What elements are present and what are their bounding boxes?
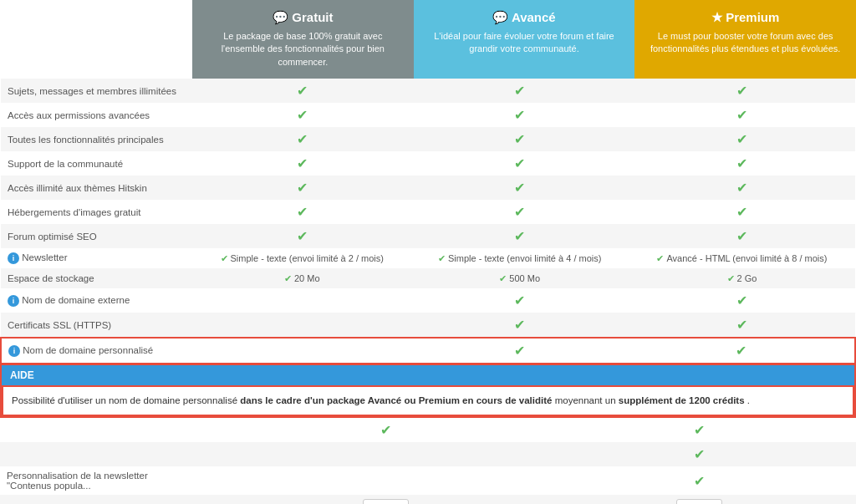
newsletter-gratuit-text: ✔Simple - texte (envoi limité à 2 / mois… [221,253,384,263]
check-icon: ✔ [297,181,308,195]
gratuit-cell: ✔20 Mo [193,268,410,288]
check-icon: ✔ [297,132,308,146]
check-icon: ✔ [694,474,705,488]
feature-spacer [0,0,192,79]
table-row: Forum optimisé SEO ✔ ✔ ✔ [1,224,855,248]
gratuit-cell: ✔ [193,224,410,248]
aide-section: AIDE Possibilité d'utiliser un nom de do… [0,364,856,418]
check-icon: ✔ [438,253,446,263]
check-icon: ✔ [736,84,747,98]
gratuit-cell: ✔ [193,200,410,224]
feature-label: Forum optimisé SEO [1,224,193,248]
gratuit-cell [192,418,229,442]
avance-cell: ✔ [410,338,628,364]
avance-desactivation-select[interactable]: Non Oui [363,499,409,504]
newsletter-premium-text: ✔Avancé - HTML (envoi limité à 8 / mois) [656,253,827,263]
check-icon: ✔ [694,447,705,461]
check-icon: ✔ [297,229,308,243]
premium-cell: ✔ [629,288,855,313]
avance-cell: ✔Simple - texte (envoi limité à 4 / mois… [410,248,628,268]
avance-cell: ✔ [410,127,628,151]
avance-cell: ✔ [410,103,628,127]
check-icon: ✔ [514,344,525,358]
aide-bold-2: supplément de 1200 crédits [619,395,745,405]
gratuit-cell [192,466,229,495]
table-row: Sujets, messages et membres illimitées ✔… [1,79,855,103]
check-icon: ✔ [736,156,747,171]
check-icon: ✔ [694,423,705,437]
avance-cell [229,442,543,466]
avance-cell: ✔ [410,79,628,103]
premium-desc: Le must pour booster votre forum avec de… [643,30,848,56]
avance-cell: ✔ [410,224,628,248]
feature-label: Certificats SSL (HTTPS) [1,313,193,338]
storage-avance-text: ✔500 Mo [499,273,540,283]
gratuit-cell: ✔ [193,103,410,127]
plan-header-gratuit: 💬 Gratuit Le package de base 100% gratui… [192,0,414,79]
table-row: Accès aux permissions avancées ✔ ✔ ✔ [1,103,855,127]
feature-label: Toutes les fonctionnalités principales [1,127,193,151]
premium-cell: ✔ [629,176,855,200]
gratuit-desc: Le package de base 100% gratuit avec l'e… [201,30,405,69]
feature-table: Sujets, messages et membres illimitées ✔… [0,79,856,364]
table-row: Certificats SSL (HTTPS) ✔ ✔ [1,313,855,338]
avance-desactivation-cell: Non Oui [229,495,543,504]
check-icon: ✔ [284,273,292,283]
check-icon: ✔ [736,293,747,308]
gratuit-cell [192,495,229,504]
info-icon[interactable]: i [8,345,20,357]
feature-label: i Nom de domaine externe [1,288,193,313]
plan-header-avance: 💬 Avancé L'idéal pour faire évoluer votr… [414,0,635,79]
info-icon[interactable]: i [8,295,19,307]
table-row: ✔ ✔ [0,418,856,442]
premium-cell: ✔ [629,224,855,248]
check-icon: ✔ [514,132,525,146]
premium-desactivation-select[interactable]: Non Oui [676,499,722,504]
premium-title: ★ Premium [643,10,848,25]
premium-cell: ✔ [543,442,856,466]
avance-cell [229,466,543,495]
gratuit-cell: ✔ [193,79,410,103]
check-icon: ✔ [297,108,308,122]
feature-label: Désactivation de la publicité [0,495,192,504]
gratuit-cell: ✔ [193,151,410,176]
table-row: Espace de stockage ✔20 Mo ✔500 Mo ✔2 Go [1,268,855,288]
table-row: Accès illimité aux thèmes Hitskin ✔ ✔ ✔ [1,176,855,200]
check-icon: ✔ [727,273,735,283]
feature-label [0,442,192,466]
check-icon: ✔ [514,181,525,195]
gratuit-cell [192,442,229,466]
gratuit-cell [193,313,410,338]
table-row: i Newsletter ✔Simple - texte (envoi limi… [1,248,855,268]
feature-label: Personnalisation de la newsletter "Conte… [0,466,192,495]
gratuit-cell: ✔ [193,176,410,200]
table-row: Personnalisation de la newsletter "Conte… [0,466,856,495]
check-icon: ✔ [736,229,747,243]
feature-label: Hébergements d'images gratuit [1,200,193,224]
check-icon: ✔ [297,84,308,98]
check-icon: ✔ [297,205,308,219]
gratuit-cell: ✔ [193,127,410,151]
info-icon[interactable]: i [8,252,19,264]
premium-cell: ✔ [629,338,855,364]
page-container: 💬 Gratuit Le package de base 100% gratui… [0,0,856,504]
gratuit-icon: 💬 [273,10,292,24]
feature-label: i Nom de domaine personnalisé [1,338,193,364]
premium-desactivation-cell: Non Oui [543,495,856,504]
premium-cell: ✔ [629,127,855,151]
feature-label: Support de la communauté [1,151,193,176]
check-icon: ✔ [514,293,525,308]
check-icon: ✔ [736,344,746,358]
gratuit-cell [193,288,410,313]
plan-headers: 💬 Gratuit Le package de base 100% gratui… [0,0,856,79]
extra-feature-table: ✔ ✔ ✔ Personnalisation de la newsletter … [0,418,856,504]
table-row: i Nom de domaine externe ✔ ✔ [1,288,855,313]
table-row: Toutes les fonctionnalités principales ✔… [1,127,855,151]
gratuit-cell [193,338,410,364]
avance-cell: ✔ [410,176,628,200]
premium-cell: ✔2 Go [629,268,855,288]
table-row: ✔ [0,442,856,466]
table-row: Hébergements d'images gratuit ✔ ✔ ✔ [1,200,855,224]
check-icon: ✔ [656,253,664,263]
newsletter-avance-text: ✔Simple - texte (envoi limité à 4 / mois… [438,253,601,263]
